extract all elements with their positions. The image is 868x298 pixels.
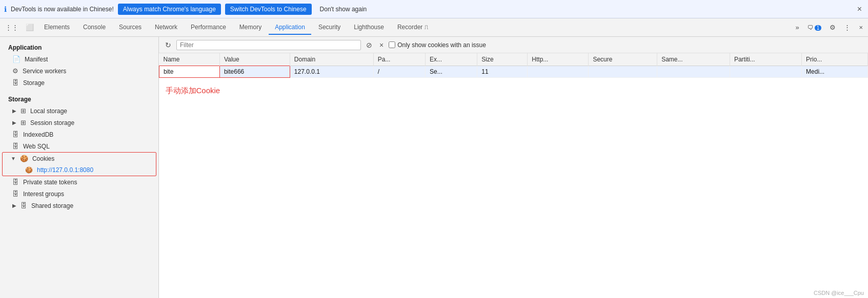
col-partition[interactable]: Partiti... — [730, 53, 801, 66]
local-storage-icon: ⊞ — [21, 107, 26, 115]
tab-console[interactable]: Console — [77, 20, 112, 35]
cookie-url-label: http://127.0.0.1:8080 — [37, 166, 93, 174]
cell-expires: Se... — [426, 66, 477, 78]
cell-priority: Medi... — [802, 66, 868, 78]
dont-show-again-button[interactable]: Don't show again — [316, 4, 371, 15]
info-icon: ℹ — [4, 5, 7, 13]
devtools-icon-button[interactable]: ⋮⋮ — [2, 22, 22, 33]
col-domain[interactable]: Domain — [290, 53, 373, 66]
local-storage-expand-icon: ▶ — [12, 108, 16, 114]
col-secure[interactable]: Secure — [589, 53, 657, 66]
dock-icon-button[interactable]: ⬜ — [23, 22, 37, 33]
shared-storage-label: Shared storage — [31, 202, 73, 209]
watermark: CSDN @ice___Cpu — [814, 290, 864, 296]
col-size[interactable]: Size — [477, 53, 528, 66]
col-expires[interactable]: Ex... — [426, 53, 477, 66]
settings-button[interactable]: ⚙ — [826, 22, 839, 33]
local-storage-label: Local storage — [30, 108, 67, 115]
tab-application[interactable]: Application — [269, 20, 311, 35]
content-area: ↻ ⊘ × Only show cookies with an issue Na… — [159, 37, 868, 298]
shared-storage-expand-icon: ▶ — [12, 203, 16, 208]
delete-cookie-button[interactable]: × — [377, 40, 386, 50]
match-language-button[interactable]: Always match Chrome's language — [118, 4, 221, 15]
cell-size: 11 — [477, 66, 528, 78]
tab-sources[interactable]: Sources — [113, 20, 148, 35]
shared-storage-icon: 🗄 — [21, 202, 27, 209]
col-value[interactable]: Value — [219, 53, 290, 66]
private-state-label: Private state tokens — [23, 179, 77, 186]
col-samesite[interactable]: Same... — [657, 53, 730, 66]
storage-section-title: Storage — [0, 93, 158, 105]
cell-httponly — [528, 66, 589, 78]
cell-secure — [589, 66, 657, 78]
interest-groups-label: Interest groups — [23, 190, 64, 198]
sidebar-item-manifest[interactable]: 📄 Manifest — [0, 53, 158, 65]
tab-network[interactable]: Network — [149, 20, 184, 35]
sidebar-item-websql[interactable]: 🗄 Web SQL — [0, 140, 158, 152]
tab-elements[interactable]: Elements — [38, 20, 76, 35]
cookie-toolbar: ↻ ⊘ × Only show cookies with an issue — [159, 37, 868, 53]
session-storage-label: Session storage — [30, 119, 74, 126]
session-storage-expand-icon: ▶ — [12, 120, 16, 125]
websql-icon: 🗄 — [12, 142, 19, 150]
sidebar-item-session-storage[interactable]: ▶ ⊞ Session storage — [0, 117, 158, 129]
issue-filter-checkbox[interactable] — [389, 41, 395, 48]
notification-text: DevTools is now available in Chinese! — [11, 6, 114, 13]
sidebar-item-indexeddb[interactable]: 🗄 IndexedDB — [0, 129, 158, 140]
clear-filter-button[interactable]: ⊘ — [364, 40, 374, 50]
cookies-group: ▼ 🍪 Cookies 🍪 http://127.0.0.1:8080 — [2, 152, 156, 176]
sidebar-item-service-workers[interactable]: ⚙ Service workers — [0, 65, 158, 77]
main-layout: Application 📄 Manifest ⚙ Service workers… — [0, 37, 868, 298]
col-path[interactable]: Pa... — [373, 53, 425, 66]
private-state-icon: 🗄 — [12, 178, 19, 186]
manifest-icon: 📄 — [12, 55, 21, 63]
cell-value: bite666 — [219, 66, 290, 78]
close-devtools-button[interactable]: × — [856, 22, 866, 33]
notification-close-button[interactable]: × — [855, 5, 864, 14]
tab-performance[interactable]: Performance — [185, 20, 232, 35]
table-header-row: Name Value Domain Pa... Ex... Size Http.… — [159, 53, 868, 66]
sidebar-item-shared-storage[interactable]: ▶ 🗄 Shared storage — [0, 200, 158, 211]
cookies-icon: 🍪 — [20, 155, 28, 162]
websql-label: Web SQL — [23, 143, 50, 150]
col-httponly[interactable]: Http... — [528, 53, 589, 66]
tabs-bar: ⋮⋮ ⬜ Elements Console Sources Network Pe… — [0, 18, 868, 37]
tab-recorder[interactable]: Recorder ⎍ — [391, 20, 434, 35]
cell-samesite — [657, 66, 730, 78]
table-row[interactable]: bite bite666 127.0.0.1 / Se... 11 Medi..… — [159, 66, 868, 78]
more-options-button[interactable]: ⋮ — [841, 22, 854, 33]
service-workers-icon: ⚙ — [12, 67, 18, 75]
switch-chinese-button[interactable]: Switch DevTools to Chinese — [225, 4, 312, 15]
tab-memory[interactable]: Memory — [233, 20, 268, 35]
indexeddb-icon: 🗄 — [12, 131, 19, 138]
refresh-cookies-button[interactable]: ↻ — [163, 40, 173, 50]
interest-groups-icon: 🗄 — [12, 190, 19, 198]
cookies-label: Cookies — [32, 155, 54, 162]
tab-security[interactable]: Security — [312, 20, 347, 35]
manifest-label: Manifest — [25, 56, 48, 63]
col-name[interactable]: Name — [159, 53, 220, 66]
col-priority[interactable]: Prio... — [802, 53, 868, 66]
table-row-empty: 手动添加Cookie — [159, 78, 868, 104]
sidebar-item-private-state-tokens[interactable]: 🗄 Private state tokens — [0, 176, 158, 188]
indexeddb-label: IndexedDB — [23, 131, 53, 138]
issue-filter-label[interactable]: Only show cookies with an issue — [389, 41, 486, 49]
cell-path: / — [373, 66, 425, 78]
cell-name: bite — [159, 66, 220, 78]
sidebar-item-interest-groups[interactable]: 🗄 Interest groups — [0, 188, 158, 200]
storage-label: Storage — [23, 79, 45, 87]
feedback-button[interactable]: 🗨1 — [804, 22, 825, 33]
cookies-expand-icon: ▼ — [11, 156, 16, 161]
tab-lighthouse[interactable]: Lighthouse — [348, 20, 390, 35]
sidebar-item-cookies[interactable]: ▼ 🍪 Cookies — [3, 153, 156, 164]
sidebar-item-local-storage[interactable]: ▶ ⊞ Local storage — [0, 105, 158, 117]
app-section-title: Application — [0, 41, 158, 53]
notification-bar: ℹ DevTools is now available in Chinese! … — [0, 0, 868, 18]
cookie-url-icon: 🍪 — [25, 166, 33, 174]
cell-domain: 127.0.0.1 — [290, 66, 373, 78]
sidebar-item-storage[interactable]: 🗄 Storage — [0, 77, 158, 89]
cookie-table-container[interactable]: Name Value Domain Pa... Ex... Size Http.… — [159, 53, 868, 298]
filter-input[interactable] — [176, 40, 361, 50]
sidebar-item-cookie-url[interactable]: 🍪 http://127.0.0.1:8080 — [3, 164, 156, 176]
more-tabs-button[interactable]: » — [793, 22, 802, 33]
